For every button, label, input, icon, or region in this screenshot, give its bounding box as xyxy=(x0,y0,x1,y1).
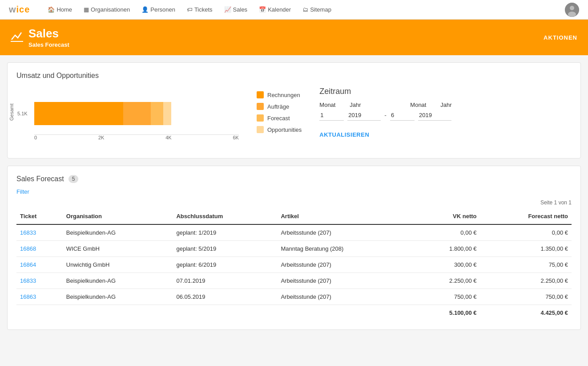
legend-color-forecast xyxy=(257,114,264,122)
to-jahr-label: Jahr xyxy=(440,102,480,108)
cell-date-0: geplant: 1/2019 xyxy=(173,224,277,241)
chart-value-label: 5.1K xyxy=(17,111,28,116)
filter-link[interactable]: Filter xyxy=(16,188,29,195)
pagination-info: Seite 1 von 1 xyxy=(16,199,572,206)
ticket-link-2[interactable]: 16864 xyxy=(20,261,36,268)
svg-point-1 xyxy=(570,6,574,10)
cell-ticket-1: 16868 xyxy=(16,241,63,257)
ticket-icon: 🏷 xyxy=(187,6,193,13)
aktualisieren-button[interactable]: AKTUALISIEREN xyxy=(319,131,369,138)
from-monat-input[interactable] xyxy=(319,110,344,121)
bar-chart: Gesamt 5.1K 0 2K xyxy=(16,87,239,149)
legend-label-opportunities: Opportunities xyxy=(267,126,302,133)
legend-color-auftraege xyxy=(257,103,264,110)
org-icon: ▦ xyxy=(84,6,89,13)
page-title: Sales xyxy=(28,27,69,41)
table-header-row: Ticket Organisation Abschlussdatum Artik… xyxy=(16,208,572,224)
user-avatar[interactable] xyxy=(565,3,579,17)
forecast-table: Ticket Organisation Abschlussdatum Artik… xyxy=(16,208,572,321)
person-icon: 👤 xyxy=(141,6,149,13)
cell-artikel-1: Manntag Beratung (208) xyxy=(277,241,413,257)
cell-forecast-1: 1.350,00 € xyxy=(480,241,572,257)
col-organisation: Organisation xyxy=(63,208,173,224)
cell-date-1: geplant: 5/2019 xyxy=(173,241,277,257)
page-header-left: Sales Sales Forecast xyxy=(11,27,69,48)
from-jahr-label: Jahr xyxy=(350,102,390,108)
nav-sitemap[interactable]: 🗂 Sitemap xyxy=(298,4,336,16)
bar-segment-forecast xyxy=(151,102,163,125)
x-label-4k: 4K xyxy=(165,135,171,140)
sitemap-icon: 🗂 xyxy=(302,6,308,13)
forecast-card-title: Sales Forecast xyxy=(16,175,64,183)
x-label-2k: 2K xyxy=(98,135,104,140)
navbar: wice 🏠 Home ▦ Organisationen 👤 Personen … xyxy=(0,0,588,20)
nav-links: 🏠 Home ▦ Organisationen 👤 Personen 🏷 Tic… xyxy=(43,4,565,16)
total-row: 5.100,00 € 4.425,00 € xyxy=(16,305,572,321)
forecast-count-badge: 5 xyxy=(68,175,79,183)
zeitraum-labels: Monat Jahr Monat Jahr xyxy=(319,102,480,108)
x-label-0: 0 xyxy=(34,135,37,140)
col-artikel: Artikel xyxy=(277,208,413,224)
sales-icon: 📈 xyxy=(224,6,231,13)
cell-ticket-3: 16833 xyxy=(16,273,63,289)
legend-rechnungen: Rechnungen xyxy=(257,91,302,98)
ticket-link-4[interactable]: 16863 xyxy=(20,293,36,300)
nav-organisationen[interactable]: ▦ Organisationen xyxy=(79,4,134,16)
cell-forecast-4: 750,00 € xyxy=(480,289,572,305)
page-header-icon xyxy=(11,30,23,45)
cell-artikel-3: Arbeitsstunde (207) xyxy=(277,273,413,289)
forecast-header: Sales Forecast 5 xyxy=(16,175,572,183)
legend-color-opportunities xyxy=(257,126,264,133)
cell-org-4: Beispielkunden-AG xyxy=(63,289,173,305)
cell-vk-3: 2.250,00 € xyxy=(413,273,480,289)
nav-home[interactable]: 🏠 Home xyxy=(43,4,77,16)
from-monat-label: Monat xyxy=(319,102,346,108)
to-monat-input[interactable] xyxy=(390,110,415,121)
chart-bar-row: 5.1K xyxy=(34,100,239,127)
calendar-icon: 📅 xyxy=(259,6,266,13)
table-row: 16833 Beispielkunden-AG geplant: 1/2019 … xyxy=(16,224,572,241)
col-forecast-netto: Forecast netto xyxy=(480,208,572,224)
cell-org-2: Unwichtig GmbH xyxy=(63,257,173,273)
cell-ticket-4: 16863 xyxy=(16,289,63,305)
nav-tickets[interactable]: 🏷 Tickets xyxy=(182,4,217,16)
nav-kalender[interactable]: 📅 Kalender xyxy=(254,4,295,16)
brand-logo[interactable]: wice xyxy=(9,4,30,15)
cell-org-0: Beispielkunden-AG xyxy=(63,224,173,241)
ticket-link-0[interactable]: 16833 xyxy=(20,229,36,236)
legend-label-auftraege: Aufträge xyxy=(267,103,289,110)
page-subtitle: Sales Forecast xyxy=(28,41,69,48)
to-monat-label: Monat xyxy=(410,102,437,108)
bar-segment-auftraege xyxy=(123,102,151,125)
to-jahr-input[interactable] xyxy=(418,110,451,121)
nav-sales[interactable]: 📈 Sales xyxy=(220,4,252,16)
total-vk: 5.100,00 € xyxy=(413,305,480,321)
home-icon: 🏠 xyxy=(48,6,55,13)
total-forecast: 4.425,00 € xyxy=(480,305,572,321)
cell-vk-4: 750,00 € xyxy=(413,289,480,305)
ticket-link-3[interactable]: 16833 xyxy=(20,277,36,284)
x-axis-labels: 0 2K 4K 6K xyxy=(34,135,239,140)
cell-artikel-4: Arbeitsstunde (207) xyxy=(277,289,413,305)
brand-ice: ice xyxy=(16,4,30,14)
y-axis-label: Gesamt xyxy=(9,103,14,121)
nav-personen[interactable]: 👤 Personen xyxy=(137,4,180,16)
from-jahr-input[interactable] xyxy=(347,110,381,121)
table-row: 16868 WICE GmbH geplant: 5/2019 Manntag … xyxy=(16,241,572,257)
chart-card: Umsatz und Opportunities Gesamt 5.1K xyxy=(7,62,581,159)
legend-forecast: Forecast xyxy=(257,114,302,122)
chart-legend: Rechnungen Aufträge Forecast Opportuniti… xyxy=(257,87,302,133)
cell-date-3: 07.01.2019 xyxy=(173,273,277,289)
bar-segment-rechnungen xyxy=(34,102,123,125)
page-header: Sales Sales Forecast AKTIONEN xyxy=(0,20,588,55)
zeitraum-inputs-row: - xyxy=(319,110,480,121)
col-ticket: Ticket xyxy=(16,208,63,224)
brand-w: w xyxy=(9,4,16,14)
bar-rechnungen xyxy=(34,102,171,125)
main-content: Umsatz und Opportunities Gesamt 5.1K xyxy=(0,55,588,344)
legend-label-forecast: Forecast xyxy=(267,115,290,122)
table-row: 16863 Beispielkunden-AG 06.05.2019 Arbei… xyxy=(16,289,572,305)
legend-opportunities: Opportunities xyxy=(257,126,302,133)
aktionen-button[interactable]: AKTIONEN xyxy=(544,34,577,41)
ticket-link-1[interactable]: 16868 xyxy=(20,245,36,252)
